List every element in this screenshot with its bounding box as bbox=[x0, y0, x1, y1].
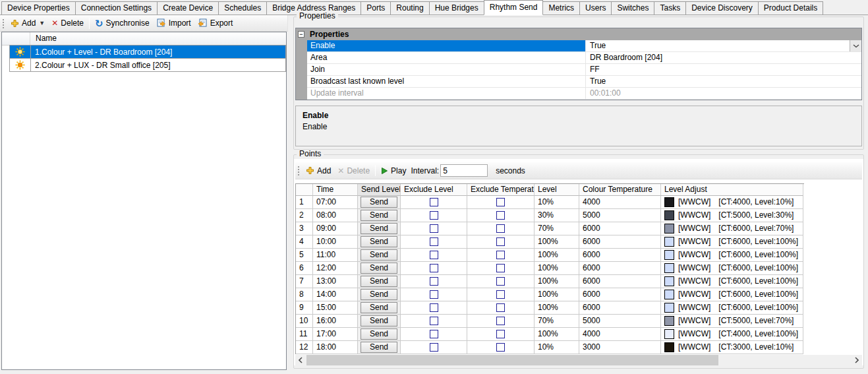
time-cell[interactable]: 13:00 bbox=[313, 275, 358, 288]
property-value[interactable]: True bbox=[586, 40, 861, 51]
time-cell[interactable]: 15:00 bbox=[313, 301, 358, 315]
column-header-level-adjust[interactable]: Level Adjust bbox=[661, 184, 803, 196]
exclude-level-checkbox[interactable] bbox=[430, 211, 438, 220]
time-cell[interactable]: 17:00 bbox=[313, 328, 358, 341]
list-item[interactable]: 1.Colour + Level - DR Boardroom [204] bbox=[9, 45, 286, 59]
dropdown-button[interactable] bbox=[850, 40, 861, 51]
interval-input[interactable] bbox=[440, 164, 488, 177]
tab-rhythm-send[interactable]: Rhythm Send bbox=[484, 0, 544, 15]
level-cell[interactable]: 100% bbox=[535, 235, 579, 249]
tab-metrics[interactable]: Metrics bbox=[542, 1, 580, 15]
export-button[interactable]: Export bbox=[194, 17, 237, 29]
exclude-level-checkbox[interactable] bbox=[430, 343, 438, 352]
level-adjust-cell[interactable]: [WWCW][CT:6000, Level:100%] bbox=[661, 288, 803, 301]
property-row[interactable]: Broadcast last known levelTrue bbox=[307, 76, 861, 88]
column-header-colour-temperature[interactable]: Colour Temperature bbox=[579, 184, 661, 196]
add-dropdown-caret-icon[interactable]: ▼ bbox=[39, 20, 45, 26]
exclude-level-checkbox[interactable] bbox=[430, 317, 438, 325]
column-header-exclude-temperature[interactable]: Exclude Temperature bbox=[467, 184, 535, 196]
level-cell[interactable]: 10% bbox=[535, 341, 579, 354]
exclude-level-checkbox[interactable] bbox=[430, 237, 438, 246]
property-value[interactable]: True bbox=[586, 76, 861, 87]
play-button[interactable]: Play bbox=[378, 165, 409, 177]
property-value[interactable]: 00:01:00 bbox=[586, 88, 861, 99]
send-button[interactable]: Send bbox=[361, 289, 397, 300]
time-cell[interactable]: 07:00 bbox=[313, 196, 358, 209]
colour-temperature-cell[interactable]: 6000 bbox=[579, 249, 661, 262]
tab-schedules[interactable]: Schedules bbox=[218, 1, 267, 15]
tab-tasks[interactable]: Tasks bbox=[654, 1, 686, 15]
property-row[interactable]: AreaDR Boardroom [204] bbox=[307, 52, 861, 64]
collapse-icon[interactable]: − bbox=[298, 31, 304, 38]
send-button[interactable]: Send bbox=[361, 249, 397, 261]
level-adjust-cell[interactable]: [WWCW][CT:6000, Level:100%] bbox=[661, 249, 803, 262]
send-button[interactable]: Send bbox=[361, 223, 397, 234]
exclude-level-checkbox[interactable] bbox=[430, 224, 438, 233]
tab-ports[interactable]: Ports bbox=[361, 1, 391, 15]
level-adjust-cell[interactable]: [WWCW][CT:4000, Level:100%] bbox=[661, 328, 803, 341]
tab-hue-bridges[interactable]: Hue Bridges bbox=[429, 1, 484, 15]
exclude-temperature-checkbox[interactable] bbox=[496, 343, 505, 352]
level-cell[interactable]: 70% bbox=[535, 222, 579, 235]
toolbar-grip[interactable] bbox=[2, 18, 5, 28]
tab-device-discovery[interactable]: Device Discovery bbox=[685, 1, 759, 15]
time-cell[interactable]: 11:00 bbox=[313, 249, 358, 262]
level-cell[interactable]: 10% bbox=[535, 196, 579, 209]
column-header-exclude-level[interactable]: Exclude Level bbox=[401, 184, 467, 196]
exclude-level-checkbox[interactable] bbox=[430, 251, 438, 259]
column-header-time[interactable]: Time bbox=[313, 184, 358, 196]
points-add-button[interactable]: Add bbox=[303, 165, 334, 177]
level-adjust-cell[interactable]: [WWCW][CT:5000, Level:70%] bbox=[661, 315, 803, 328]
property-row[interactable]: JoinFF bbox=[307, 64, 861, 76]
add-button[interactable]: Add ▼ bbox=[7, 17, 48, 29]
level-adjust-cell[interactable]: [WWCW][CT:6000, Level:100%] bbox=[661, 301, 803, 315]
level-cell[interactable]: 100% bbox=[535, 262, 579, 275]
synchronise-button[interactable]: ↻ Synchronise bbox=[92, 17, 153, 29]
exclude-temperature-checkbox[interactable] bbox=[496, 317, 505, 325]
time-cell[interactable]: 16:00 bbox=[313, 315, 358, 328]
colour-temperature-cell[interactable]: 4000 bbox=[579, 328, 661, 341]
property-value[interactable]: FF bbox=[586, 64, 861, 75]
send-button[interactable]: Send bbox=[361, 276, 397, 287]
level-adjust-cell[interactable]: [WWCW][CT:6000, Level:100%] bbox=[661, 275, 803, 288]
exclude-temperature-checkbox[interactable] bbox=[496, 277, 505, 286]
column-header-level[interactable]: Level bbox=[535, 184, 579, 196]
level-cell[interactable]: 30% bbox=[535, 209, 579, 222]
level-cell[interactable]: 100% bbox=[535, 288, 579, 301]
tab-connection-settings[interactable]: Connection Settings bbox=[75, 1, 158, 15]
send-button[interactable]: Send bbox=[361, 197, 397, 208]
send-button[interactable]: Send bbox=[361, 236, 397, 247]
time-cell[interactable]: 08:00 bbox=[313, 209, 358, 222]
send-button[interactable]: Send bbox=[361, 328, 397, 340]
level-cell[interactable]: 70% bbox=[535, 315, 579, 328]
exclude-temperature-checkbox[interactable] bbox=[496, 264, 505, 272]
scrollbar-thumb[interactable] bbox=[306, 355, 718, 365]
icon-column-header[interactable] bbox=[9, 32, 30, 45]
colour-temperature-cell[interactable]: 5000 bbox=[579, 315, 661, 328]
property-value[interactable]: DR Boardroom [204] bbox=[586, 52, 861, 63]
delete-button[interactable]: ✕ Delete bbox=[48, 17, 87, 29]
send-button[interactable]: Send bbox=[361, 302, 397, 313]
property-row[interactable]: Update interval00:01:00 bbox=[307, 88, 861, 100]
scroll-right-icon[interactable] bbox=[852, 355, 862, 365]
exclude-level-checkbox[interactable] bbox=[430, 290, 438, 299]
import-button[interactable]: Import bbox=[153, 17, 194, 29]
time-cell[interactable]: 14:00 bbox=[313, 288, 358, 301]
column-header-send-level[interactable]: Send Level bbox=[358, 184, 401, 196]
send-button[interactable]: Send bbox=[361, 210, 397, 221]
level-cell[interactable]: 100% bbox=[535, 275, 579, 288]
colour-temperature-cell[interactable]: 6000 bbox=[579, 288, 661, 301]
level-adjust-cell[interactable]: [WWCW][CT:4000, Level:10%] bbox=[661, 196, 803, 209]
time-cell[interactable]: 10:00 bbox=[313, 235, 358, 249]
send-button[interactable]: Send bbox=[361, 263, 397, 274]
list-item[interactable]: 2.Colour + LUX - DR Small office [205] bbox=[9, 58, 286, 72]
exclude-temperature-checkbox[interactable] bbox=[496, 330, 505, 338]
horizontal-scrollbar[interactable] bbox=[295, 355, 862, 365]
exclude-level-checkbox[interactable] bbox=[430, 277, 438, 286]
exclude-temperature-checkbox[interactable] bbox=[496, 237, 505, 246]
points-delete-button[interactable]: ✕ Delete bbox=[334, 165, 373, 177]
level-adjust-cell[interactable]: [WWCW][CT:6000, Level:100%] bbox=[661, 262, 803, 275]
time-cell[interactable]: 09:00 bbox=[313, 222, 358, 235]
column-header-row-number[interactable] bbox=[296, 184, 313, 196]
colour-temperature-cell[interactable]: 4000 bbox=[579, 196, 661, 209]
